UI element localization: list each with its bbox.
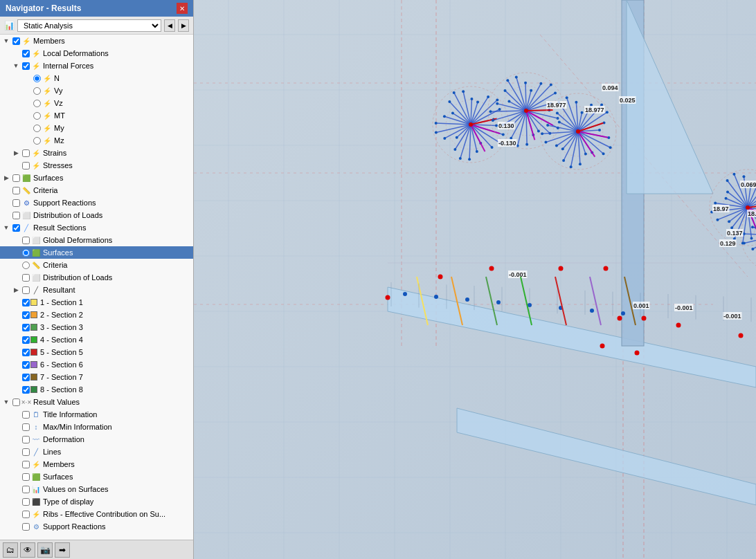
radio-surfaces2[interactable]: [22, 249, 30, 257]
cb-sec4[interactable]: [22, 336, 30, 344]
tree-item-sec7[interactable]: ▶ 7 - Section 7: [0, 371, 193, 383]
tree-item-MT[interactable]: ▶ ⚡ MT: [0, 109, 193, 122]
cb-title-info[interactable]: [22, 411, 30, 419]
cb-stresses[interactable]: [22, 162, 30, 169]
tree-item-My[interactable]: ▶ ⚡ My: [0, 122, 193, 134]
tree-item-sec3[interactable]: ▶ 3 - Section 3: [0, 321, 193, 333]
tree-item-members2[interactable]: ▶ ⚡ Members: [0, 458, 193, 470]
expand-surfaces[interactable]: ▶: [1, 173, 11, 183]
tree-item-dist-loads2[interactable]: ▶ ⬜ Distribution of Loads: [0, 271, 193, 284]
cb-dist-loads[interactable]: [12, 212, 20, 219]
eye-button[interactable]: 👁: [20, 542, 35, 558]
expand-result-sections[interactable]: ▼: [1, 223, 11, 232]
expand-result-values[interactable]: ▼: [1, 397, 11, 407]
tree-item-type-display[interactable]: ▶ ⬛ Type of display: [0, 495, 193, 508]
tree-item-strains[interactable]: ▶ ⚡ Strains: [0, 147, 193, 159]
tree-item-sec4[interactable]: ▶ 4 - Section 4: [0, 333, 193, 346]
cb-type-display[interactable]: [22, 498, 30, 506]
tree-item-stresses[interactable]: ▶ ⚡ Stresses: [0, 159, 193, 172]
tree-item-resultant[interactable]: ▶ ╱ Resultant: [0, 284, 193, 296]
tree-item-result-values[interactable]: ▼ ×·× Result Values: [0, 396, 193, 408]
navigator-button[interactable]: 🗂: [3, 542, 18, 558]
cb-sec5[interactable]: [22, 349, 30, 356]
cb-sec6[interactable]: [22, 361, 30, 369]
cb-values-surf[interactable]: [22, 486, 30, 493]
cb-local-def[interactable]: [22, 50, 30, 57]
cb-sec3[interactable]: [22, 324, 30, 331]
tree-item-N[interactable]: ▶ ⚡ N: [0, 72, 193, 84]
cb-ribs[interactable]: [22, 511, 30, 518]
tree-item-support-reactions2[interactable]: ▶ ⚙ Support Reactions: [0, 520, 193, 533]
tree-item-sec1[interactable]: ▶ 1 - Section 1: [0, 296, 193, 309]
cb-sec1[interactable]: [22, 299, 30, 306]
expand-resultant[interactable]: ▶: [11, 285, 21, 295]
cb-sec2[interactable]: [22, 311, 30, 319]
tree-item-Mz[interactable]: ▶ ⚡ Mz: [0, 134, 193, 147]
result-values-label: Result Values: [32, 398, 80, 406]
tree-item-surfaces3[interactable]: ▶ 🟩 Surfaces: [0, 470, 193, 483]
tree-item-sec2[interactable]: ▶ 2 - Section 2: [0, 309, 193, 321]
tree-item-Vz[interactable]: ▶ ⚡ Vz: [0, 97, 193, 109]
tree-item-support-reactions[interactable]: ▶ ⚙ Support Reactions: [0, 196, 193, 209]
title-info-label: Title Information: [42, 410, 97, 419]
tree-item-surfaces2[interactable]: ▶ 🟩 Surfaces: [0, 246, 193, 259]
expand-int-forces[interactable]: ▼: [11, 61, 21, 71]
radio-criteria2[interactable]: [22, 262, 30, 269]
cb-sec7[interactable]: [22, 374, 30, 381]
cb-deformation[interactable]: [22, 436, 30, 443]
cb-result-values[interactable]: [12, 398, 20, 406]
analysis-select[interactable]: Static Analysis Modal Analysis: [17, 19, 161, 32]
tree-item-sec5[interactable]: ▶ 5 - Section 5: [0, 346, 193, 358]
cb-sec8[interactable]: [22, 386, 30, 394]
cb-lines[interactable]: [22, 448, 30, 456]
cb-dist-loads2[interactable]: [22, 274, 30, 282]
cb-surfaces[interactable]: [12, 174, 20, 182]
tree-item-internal-forces[interactable]: ▼ ⚡ Internal Forces: [0, 59, 193, 72]
support-reactions-icon: ⚙: [21, 198, 32, 208]
cb-members2[interactable]: [22, 461, 30, 468]
tree-container[interactable]: ▼ ⚡ Members ▶ ⚡ Local Deformations ▼ ⚡ I…: [0, 35, 193, 540]
tree-item-sec6[interactable]: ▶ 6 - Section 6: [0, 358, 193, 371]
tree-item-surfaces[interactable]: ▶ 🟩 Surfaces: [0, 172, 193, 184]
panel-close-button[interactable]: ✕: [177, 3, 188, 14]
radio-N[interactable]: [33, 75, 41, 82]
radio-Mz[interactable]: [33, 137, 41, 145]
tree-item-ribs[interactable]: ▶ ⚡ Ribs - Effective Contribution on Su.…: [0, 508, 193, 520]
cb-strains[interactable]: [22, 149, 30, 157]
tree-item-deformation[interactable]: ▶ 〰 Deformation: [0, 433, 193, 446]
tree-item-criteria[interactable]: ▶ 📏 Criteria: [0, 184, 193, 196]
radio-Vy[interactable]: [33, 87, 41, 95]
cb-maxmin-info[interactable]: [22, 423, 30, 431]
arrow-button[interactable]: ➡: [55, 542, 70, 558]
radio-My[interactable]: [33, 125, 41, 132]
cb-criteria[interactable]: [12, 187, 20, 194]
tree-item-criteria2[interactable]: ▶ 📏 Criteria: [0, 259, 193, 271]
cb-members[interactable]: [12, 37, 20, 45]
tree-item-members[interactable]: ▼ ⚡ Members: [0, 35, 193, 47]
expand-members[interactable]: ▼: [1, 36, 11, 46]
tree-item-global-def[interactable]: ▶ ⬜ Global Deformations: [0, 234, 193, 246]
cb-global-def[interactable]: [22, 237, 30, 244]
expand-strains[interactable]: ▶: [11, 148, 21, 158]
cb-result-sections[interactable]: [12, 224, 20, 232]
tree-item-lines[interactable]: ▶ ╱ Lines: [0, 446, 193, 458]
cb-resultant[interactable]: [22, 286, 30, 294]
nav-prev-button[interactable]: ◀: [164, 19, 175, 32]
tree-item-maxmin-info[interactable]: ▶ ↕ Max/Min Information: [0, 421, 193, 433]
tree-item-result-sections[interactable]: ▼ ╱ Result Sections: [0, 221, 193, 234]
radio-Vz[interactable]: [33, 100, 41, 107]
cb-support-reactions[interactable]: [12, 199, 20, 207]
tree-item-title-info[interactable]: ▶ 🗒 Title Information: [0, 408, 193, 421]
nav-next-button[interactable]: ▶: [178, 19, 189, 32]
cb-internal-forces[interactable]: [22, 62, 30, 70]
tree-item-local-def[interactable]: ▶ ⚡ Local Deformations: [0, 47, 193, 59]
tree-item-Vy[interactable]: ▶ ⚡ Vy: [0, 84, 193, 97]
tree-item-values-surf[interactable]: ▶ 📊 Values on Surfaces: [0, 483, 193, 495]
camera-button[interactable]: 📷: [37, 542, 53, 558]
tree-item-sec8[interactable]: ▶ 8 - Section 8: [0, 383, 193, 396]
viewport[interactable]: [194, 0, 756, 559]
cb-support-reactions2[interactable]: [22, 523, 30, 531]
cb-surfaces3[interactable]: [22, 473, 30, 481]
radio-MT[interactable]: [33, 112, 41, 120]
tree-item-dist-loads[interactable]: ▶ ⬜ Distribution of Loads: [0, 209, 193, 221]
